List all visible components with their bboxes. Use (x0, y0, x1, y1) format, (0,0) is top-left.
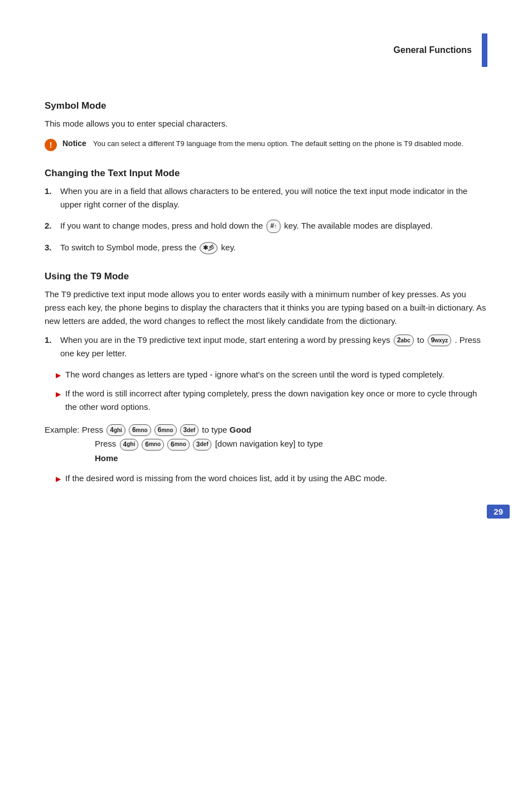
step-1-num: 1. (45, 185, 60, 198)
t9-final-bullet: ▶ If the desired word is missing from th… (56, 472, 487, 485)
notice-content: Notice You can select a different T9 lan… (62, 138, 463, 149)
changing-text-steps: 1. When you are in a field that allows c… (45, 185, 487, 254)
header-title: General Functions (394, 45, 472, 55)
key-9wxyz[interactable]: 9wxyz (428, 335, 452, 346)
t9-bullets: ▶ The word changes as letters are typed … (56, 368, 487, 414)
bullet-arrow-3: ▶ (56, 474, 61, 485)
example-word-home: Home (95, 453, 118, 463)
step-1-text: When you are in a field that allows char… (60, 185, 487, 211)
page-number: 29 (487, 505, 510, 519)
key-6mno-2[interactable]: 6mno (154, 424, 177, 436)
step-3-content: To switch to Symbol mode, press the ✱彡 k… (60, 241, 487, 254)
example-line-1: Example: Press 4ghi 6mno 6mno 3def to ty… (45, 423, 487, 437)
symbol-mode-heading: Symbol Mode (45, 100, 487, 112)
key-6mno-4[interactable]: 6mno (167, 439, 190, 451)
notice-box: ! Notice You can select a different T9 l… (45, 138, 487, 151)
t9-final-bullet-text: If the desired word is missing from the … (65, 472, 387, 485)
page-container: General Functions Symbol Mode This mode … (0, 0, 532, 535)
key-6mno-1[interactable]: 6mno (129, 424, 151, 436)
example-line-3: Home (95, 451, 487, 466)
key-3def-1[interactable]: 3def (180, 424, 199, 436)
hash-key[interactable]: #↑ (267, 220, 281, 233)
notice-icon: ! (45, 139, 57, 151)
t9-bullet-2: ▶ If the word is still incorrect after t… (56, 387, 487, 414)
t9-step-1: 1. When you are in the T9 predictive tex… (45, 333, 487, 360)
t9-bullet-2-text: If the word is still incorrect after typ… (65, 387, 487, 414)
header-accent-bar (482, 33, 487, 67)
key-4ghi-1[interactable]: 4ghi (107, 424, 125, 436)
t9-step-1-content: When you are in the T9 predictive text i… (60, 333, 487, 360)
bullet-arrow-2: ▶ (56, 389, 61, 400)
step-2-num: 2. (45, 219, 60, 233)
step-3-num: 3. (45, 241, 60, 254)
key-4ghi-2[interactable]: 4ghi (120, 439, 139, 451)
notice-label: Notice (62, 139, 86, 148)
page-header: General Functions (45, 33, 487, 67)
key-3def-2[interactable]: 3def (193, 439, 212, 451)
t9-step-1-num: 1. (45, 333, 60, 347)
bullet-arrow-1: ▶ (56, 370, 61, 381)
changing-text-heading: Changing the Text Input Mode (45, 168, 487, 179)
example-line-2: Press 4ghi 6mno 6mno 3def [down navigati… (95, 437, 487, 451)
example-nav-text: [down navigation key] to type (215, 439, 323, 448)
t9-mode-heading: Using the T9 Mode (45, 271, 487, 282)
step-3: 3. To switch to Symbol mode, press the ✱… (45, 241, 487, 254)
t9-mode-section: Using the T9 Mode The T9 predictive text… (45, 271, 487, 486)
example-label: Example: Press (45, 425, 105, 434)
step-2: 2. If you want to change modes, press an… (45, 219, 487, 233)
key-2abc[interactable]: 2abc (394, 335, 414, 346)
t9-bullet-1-text: The word changes as letters are typed - … (65, 368, 444, 381)
example-block: Example: Press 4ghi 6mno 6mno 3def to ty… (45, 423, 487, 466)
step-1: 1. When you are in a field that allows c… (45, 185, 487, 211)
example-type-1-text: to type Good (202, 425, 251, 434)
t9-bullet-1: ▶ The word changes as letters are typed … (56, 368, 487, 381)
example-word-good: Good (230, 425, 252, 434)
example-keys-2: 4ghi 6mno 6mno 3def (119, 439, 213, 451)
t9-intro: The T9 predictive text input mode allows… (45, 288, 487, 328)
symbol-mode-description: This mode allows you to enter special ch… (45, 117, 487, 130)
star-key[interactable]: ✱彡 (200, 242, 217, 254)
t9-final-bullets: ▶ If the desired word is missing from th… (56, 472, 487, 485)
changing-text-section: Changing the Text Input Mode 1. When you… (45, 168, 487, 254)
symbol-mode-section: Symbol Mode This mode allows you to ente… (45, 100, 487, 151)
example-keys-1: 4ghi 6mno 6mno 3def (105, 424, 200, 436)
step-2-content: If you want to change modes, press and h… (60, 219, 487, 233)
t9-steps: 1. When you are in the T9 predictive tex… (45, 333, 487, 360)
notice-text: You can select a different T9 language f… (93, 139, 463, 148)
key-6mno-3[interactable]: 6mno (142, 439, 164, 451)
